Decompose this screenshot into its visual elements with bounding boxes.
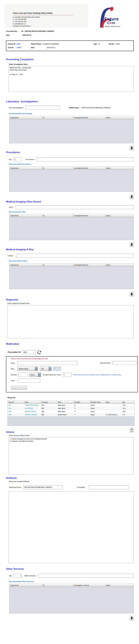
drug-list-empty-area[interactable] <box>8 416 134 426</box>
lab-investigation-label: Lab Investingation : <box>9 107 24 109</box>
procedures-qty-input[interactable] <box>14 158 22 161</box>
xray-input[interactable] <box>16 254 134 258</box>
patient-row-1: Patient ID : 2807 Patient Name : CHARLES… <box>8 42 132 46</box>
column-qty: Qty <box>122 400 134 404</box>
uss-table-body[interactable] <box>10 217 134 240</box>
drug-list-header: Drug ID Drug Fequency Way Duration Durat… <box>8 400 134 404</box>
consultant-label: Consultant <box>77 486 85 488</box>
add-drug-label: Add Drug <box>16 386 25 389</box>
other-services-field-row: Qty : Other Services : <box>9 574 134 578</box>
lab-table-body[interactable] <box>10 119 134 143</box>
chevron-down-icon: ▼ <box>35 367 38 371</box>
duration-input[interactable] <box>18 373 28 377</box>
total-input[interactable] <box>18 379 40 382</box>
patient-name-label: Patient Name : <box>31 43 42 45</box>
patient-name-value: CHARLES KABANDA <box>42 43 59 45</box>
xray-table-body[interactable] <box>10 266 134 289</box>
xray-field-row: X-Rays : <box>8 254 134 258</box>
drug-list-table: Drug ID Drug Fequency Way Duration Durat… <box>8 400 134 426</box>
logo-wordmark: Future C♥re Body Mind Soul <box>104 17 130 28</box>
column-status: Status <box>105 214 134 217</box>
drug-row-893[interactable]: 893 VIRGIN LINSEED BID Before Meal 7 Day… <box>8 413 134 416</box>
procedures-table-body[interactable] <box>10 170 134 192</box>
section-title-procedures: Procedures <box>6 151 139 154</box>
trash-icon <box>131 146 133 149</box>
way-selected-value: Before Meal <box>18 368 35 370</box>
drug-row-127[interactable]: 127 TRIMETHOPRIM AI OD After Meal 6 Day/… <box>8 404 134 407</box>
xray-delete-button[interactable] <box>130 292 134 296</box>
advice-delete-button[interactable] <box>130 428 134 432</box>
uss-delete-button[interactable] <box>130 242 134 247</box>
per-meal-input[interactable] <box>63 373 71 377</box>
section-title-presenting-complaints: Presenting Complaints <box>6 58 139 61</box>
referring-doctor-input[interactable] <box>23 485 62 489</box>
column-department: Department <box>10 584 42 587</box>
other-services-qty-input[interactable] <box>14 574 22 578</box>
prescription-id-input[interactable] <box>22 350 36 354</box>
uss-input[interactable] <box>16 205 134 209</box>
times-per-day-input <box>53 367 61 371</box>
other-services-delete-button[interactable] <box>130 616 134 620</box>
referred-by-value: ORITSETSETOS RAPHAEL PINNICK <box>82 107 110 109</box>
section-title-medication: Medication <box>6 342 139 346</box>
consultant-input[interactable] <box>89 485 129 489</box>
trash-icon <box>131 616 133 619</box>
procedures-qty-label: Qty : <box>9 158 12 160</box>
special-notes-input[interactable] <box>112 361 136 365</box>
frequency-selected-value: OD <box>40 368 48 370</box>
column-id: ID <box>42 584 73 587</box>
other-services-input[interactable] <box>38 574 134 578</box>
way-select[interactable]: Before Meal ▼ <box>18 367 38 371</box>
procedures-table: Department ID Investigation/Service Stat… <box>9 166 134 192</box>
column-duration: Duration <box>74 400 90 404</box>
drug-row-240[interactable]: 240 HYOSCINE BID After Meal 3 Day/s 10.0 <box>8 407 134 410</box>
company-address: Le Chainter,Victoria,Mahe,Seychelles <box>13 16 76 18</box>
recommended-uss-label: Recommended USS <box>9 211 139 213</box>
complaints-textarea[interactable]: Abdominal USS - normal study Chest Xray … <box>9 66 134 92</box>
patient-row-2: Visit ID : 15460 Date: 2024-09-10 <box>8 46 132 49</box>
column-service: Investigation/Service <box>73 116 105 119</box>
frequency-select[interactable]: OD ▼ <box>40 367 52 371</box>
add-drug-button[interactable]: + Add Drug <box>11 385 27 390</box>
procedures-input[interactable] <box>36 158 134 161</box>
diagnosis-label: Enter Diagnosis Details Here <box>8 302 139 304</box>
column-id: ID <box>42 264 73 266</box>
lab-investigation-input[interactable] <box>26 106 60 110</box>
uss-table: Department ID Investigation/Service Stat… <box>9 214 134 240</box>
gender-value: Male <box>116 43 120 45</box>
section-title-laboratory: Laboratory Investigations <box>6 100 139 103</box>
section-title-advice: Advice <box>6 431 139 434</box>
referral-listbox[interactable] <box>9 491 134 563</box>
chevron-down-icon: ▼ <box>48 367 52 371</box>
patient-id-label: Patient ID : <box>8 43 16 45</box>
drug-row-850[interactable]: 850 PARACETAMOL QID After Meal 4 Day/s 3… <box>8 410 134 413</box>
duration-unit-select[interactable]: Day/s ▼ <box>29 373 41 377</box>
plus-icon: + <box>12 386 15 389</box>
prescription-id-label: Prescription ID : <box>8 351 22 353</box>
refresh-prescription-button[interactable] <box>37 350 42 354</box>
other-services-label: Other Services : <box>24 575 36 576</box>
referring-doctor-label: Reffering Doctor <box>9 486 22 488</box>
drug-row: Drug : Special Notes : <box>11 361 138 365</box>
diagnosis-textarea[interactable] <box>8 305 134 338</box>
recommended-other-services-label: Recommended Other Services <box>9 581 139 582</box>
xray-table: Department ID Investigation/Service Stat… <box>9 263 134 289</box>
chevron-down-icon: ▼ <box>38 373 41 377</box>
section-title-other-services: Other Services <box>6 568 139 570</box>
consulted-by-line: Consulted By : Dr. ORITSETSETOS RAPHAEL … <box>6 30 139 32</box>
advice-label: Enter Doctor's Advice Here <box>9 434 139 436</box>
consult-date-value: : 2024-09-10 <box>21 34 31 36</box>
title-rule <box>13 15 73 15</box>
drug-input[interactable] <box>18 361 78 365</box>
age-value: 37 <box>98 43 100 45</box>
other-services-table-body[interactable] <box>10 587 134 613</box>
company-phone-2: T: +24 84 225 252 <box>13 20 76 23</box>
patient-id-value: 2807 <box>17 43 20 45</box>
procedures-delete-button[interactable] <box>130 194 134 199</box>
advice-textarea[interactable]: 1. retreive urinalysis for urine mcs if … <box>9 437 134 474</box>
duration-label: Duration : <box>11 374 18 376</box>
recommended-procedures-label: Recommended Procedures <box>9 163 139 165</box>
section-title-diagnosis: Diagnosis <box>6 298 139 301</box>
column-drug: Drug <box>24 400 41 404</box>
lab-delete-button[interactable] <box>130 146 134 150</box>
